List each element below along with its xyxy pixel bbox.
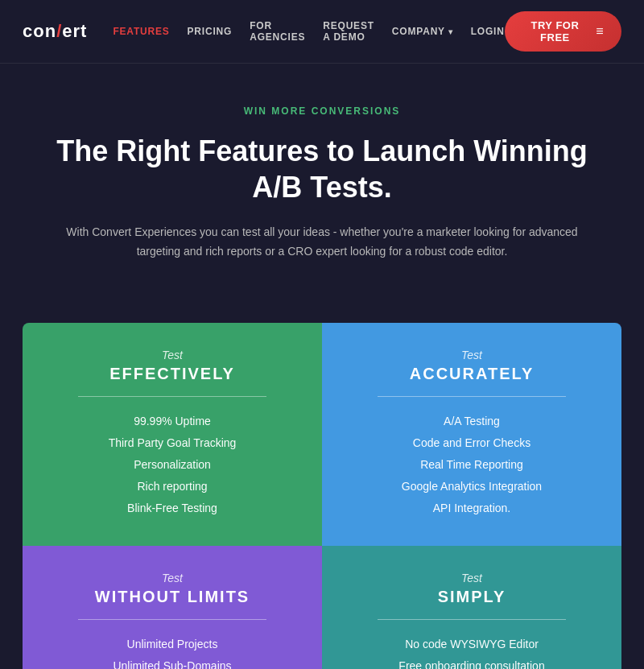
chevron-down-icon: ▾ xyxy=(448,27,453,36)
cta-label: TRY FOR FREE xyxy=(522,19,588,43)
logo-text: con xyxy=(23,21,56,42)
hero-section: WIN MORE CONVERSIONS The Right Features … xyxy=(0,64,644,294)
nav-pricing[interactable]: PRICING xyxy=(188,26,233,37)
logo[interactable]: con/ert xyxy=(23,21,87,42)
feature-card-without-limits: TestWITHOUT LIMITSUnlimited ProjectsUnli… xyxy=(23,546,322,669)
list-item: API Integration. xyxy=(354,500,589,517)
card-title-accurately: ACCURATELY xyxy=(354,365,589,383)
list-item: No code WYSIWYG Editor xyxy=(354,636,589,653)
hero-subtitle: With Convert Experiences you can test al… xyxy=(56,223,588,262)
list-item: Real Time Reporting xyxy=(354,456,589,473)
card-test-label-simply: Test xyxy=(354,572,589,584)
card-items-without-limits: Unlimited ProjectsUnlimited Sub-DomainsU… xyxy=(55,636,290,669)
list-item: Code and Error Checks xyxy=(354,435,589,452)
card-items-simply: No code WYSIWYG EditorFree onboarding co… xyxy=(354,636,589,669)
nav-company[interactable]: COMPANY ▾ xyxy=(392,26,453,37)
try-for-free-button[interactable]: TRY FOR FREE ≡ xyxy=(505,11,621,52)
nav-features[interactable]: FEATURES xyxy=(113,26,169,37)
nav-agencies[interactable]: FOR AGENCIES xyxy=(250,20,305,43)
card-divider-accurately xyxy=(378,396,566,397)
card-test-label-without-limits: Test xyxy=(55,572,290,584)
list-item: Google Analytics Integration xyxy=(354,478,589,495)
hero-eyebrow: WIN MORE CONVERSIONS xyxy=(48,105,596,117)
nav-links: FEATURES PRICING FOR AGENCIES REQUEST A … xyxy=(113,20,504,43)
list-item: Rich reporting xyxy=(55,478,290,495)
card-test-label-effectively: Test xyxy=(55,349,290,361)
feature-card-accurately: TestACCURATELYA/A TestingCode and Error … xyxy=(322,323,621,546)
nav-demo[interactable]: REQUEST A DEMO xyxy=(323,20,374,43)
card-title-effectively: EFFECTIVELY xyxy=(55,365,290,383)
features-grid: TestEFFECTIVELY99.99% UptimeThird Party … xyxy=(23,323,621,669)
list-item: A/A Testing xyxy=(354,413,589,430)
feature-card-simply: TestSIMPLYNo code WYSIWYG EditorFree onb… xyxy=(322,546,621,669)
card-title-simply: SIMPLY xyxy=(354,588,589,606)
nav-login[interactable]: LOGIN xyxy=(471,26,505,37)
list-item: Blink-Free Testing xyxy=(55,500,290,517)
hero-title: The Right Features to Launch Winning A/B… xyxy=(48,133,596,205)
list-item: Unlimited Sub-Domains xyxy=(55,658,290,669)
list-item: Third Party Goal Tracking xyxy=(55,435,290,452)
list-item: 99.99% Uptime xyxy=(55,413,290,430)
card-test-label-accurately: Test xyxy=(354,349,589,361)
list-item: Unlimited Projects xyxy=(55,636,290,653)
logo-end: ert xyxy=(62,21,87,42)
logo-slash: / xyxy=(56,21,62,42)
card-items-effectively: 99.99% UptimeThird Party Goal TrackingPe… xyxy=(55,413,290,517)
card-title-without-limits: WITHOUT LIMITS xyxy=(55,588,290,606)
list-item: Free onboarding consultation xyxy=(354,658,589,669)
card-divider-simply xyxy=(378,619,566,620)
list-item: Personalization xyxy=(55,456,290,473)
hamburger-icon: ≡ xyxy=(596,24,604,39)
feature-card-effectively: TestEFFECTIVELY99.99% UptimeThird Party … xyxy=(23,323,322,546)
card-divider-without-limits xyxy=(78,619,266,620)
card-items-accurately: A/A TestingCode and Error ChecksReal Tim… xyxy=(354,413,589,517)
navigation: con/ert FEATURES PRICING FOR AGENCIES RE… xyxy=(0,0,644,64)
card-divider-effectively xyxy=(78,396,266,397)
